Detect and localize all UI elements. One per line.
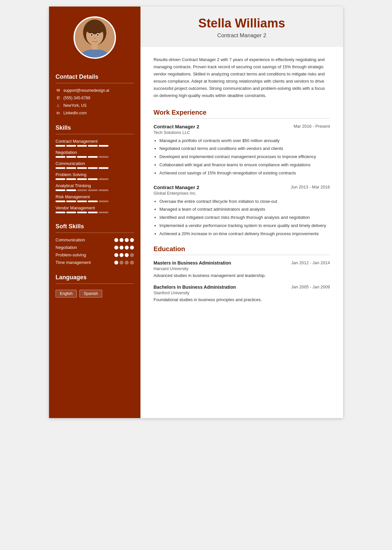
job-bullets: Managed a portfolio of contracts worth o… [154, 138, 330, 177]
svg-point-3 [85, 21, 105, 34]
skill-name: Problem Solving [56, 172, 134, 177]
skill-segment-filled [66, 178, 76, 180]
resume-container: Contact Details ✉ support@resumedesign.a… [49, 7, 343, 418]
dot-filled [130, 246, 134, 250]
skill-segment-filled [99, 167, 108, 169]
job-dates: Mar 2016 - Present [294, 124, 330, 129]
email-icon: ✉ [56, 88, 61, 93]
skill-bar [56, 212, 134, 213]
linkedin-icon: in [56, 110, 61, 115]
work-rule [154, 118, 330, 119]
edu-description: Advanced studies in business management … [154, 272, 330, 279]
skill-segment-filled [66, 201, 76, 202]
soft-skill-dots [114, 238, 134, 242]
header-section: Stella Williams Contract Manager 2 [140, 7, 343, 47]
candidate-title: Contract Manager 2 [154, 32, 330, 39]
edu-dates: Jan 2005 - Jan 2009 [291, 284, 330, 289]
soft-skills-title: Soft Skills [56, 223, 84, 230]
job-title: Contract Manager 2 [154, 124, 199, 129]
edu-entry: Bachelors in Business AdministrationJan … [154, 284, 330, 303]
avatar-image [75, 16, 115, 59]
skill-segment-filled [88, 178, 98, 180]
languages-divider [56, 283, 134, 284]
edu-degree: Bachelors in Business Administration [154, 284, 236, 290]
job-entry: Contract Manager 2Jun 2013 - Mar 2016Glo… [154, 185, 330, 237]
jobs-list: Contract Manager 2Mar 2016 - PresentTech… [154, 124, 330, 237]
content-body: Results-driven Contract Manager 2 with 7… [140, 47, 343, 318]
skill-item: Negotiation [56, 150, 134, 158]
edu-description: Foundational studies in business princip… [154, 297, 330, 303]
dot-filled [125, 246, 129, 250]
dot-filled [120, 238, 123, 242]
soft-skill-item: Problem-solving [56, 252, 134, 257]
location-icon: ⌂ [56, 103, 61, 108]
dot-empty [130, 261, 134, 265]
edu-school: Harvard University [154, 266, 330, 271]
skill-segment-filled [99, 145, 108, 147]
edu-rule [154, 255, 330, 255]
job-bullet: Managed a portfolio of contracts worth o… [159, 138, 330, 144]
skill-item: Problem Solving [56, 172, 134, 180]
soft-skills-divider [56, 233, 134, 233]
skill-segment-empty [99, 189, 108, 191]
skill-segment-filled [77, 156, 87, 158]
dot-filled [114, 246, 118, 250]
skill-bar [56, 145, 134, 147]
phone-icon: ✆ [56, 95, 61, 100]
skill-segment-filled [77, 212, 87, 213]
job-bullet: Implemented a vendor performance trackin… [159, 222, 330, 229]
skill-segment-filled [66, 189, 76, 191]
languages-list: EnglishSpanish [56, 290, 102, 298]
edu-entry: Masters in Business AdministrationJan 20… [154, 260, 330, 279]
soft-skill-dots [114, 261, 134, 265]
skill-segment-filled [88, 167, 98, 169]
skill-name: Analytical Thinking [56, 183, 134, 188]
summary-text: Results-driven Contract Manager 2 with 7… [154, 56, 330, 100]
job-bullet: Achieved cost savings of 15% through ren… [159, 170, 330, 177]
skill-segment-filled [88, 212, 98, 213]
skill-segment-filled [77, 201, 87, 202]
dot-filled [114, 261, 118, 265]
skill-item: Communication [56, 161, 134, 169]
skill-segment-filled [88, 201, 98, 202]
soft-skill-item: Communication [56, 237, 134, 242]
skill-item: Vendor Management [56, 205, 134, 213]
skill-segment-filled [66, 145, 76, 147]
skills-title: Skills [56, 124, 71, 131]
skill-item: Analytical Thinking [56, 183, 134, 191]
skill-segment-empty [99, 212, 108, 213]
skill-item: Contract Management [56, 139, 134, 147]
skills-list: Contract ManagementNegotiationCommunicat… [56, 139, 134, 217]
dot-empty [125, 261, 129, 265]
contact-email: ✉ support@resumedesign.ai [56, 88, 109, 93]
skill-segment-filled [56, 212, 65, 213]
job-bullet: Oversaw the entire contract lifecycle fr… [159, 198, 330, 205]
skill-segment-filled [56, 178, 65, 180]
job-bullet: Developed and implemented contract manag… [159, 154, 330, 160]
job-dates: Jun 2013 - Mar 2016 [291, 185, 330, 189]
skill-name: Communication [56, 161, 134, 166]
job-entry: Contract Manager 2Mar 2016 - PresentTech… [154, 124, 330, 177]
soft-skills-list: CommunicationNegotiationProblem-solvingT… [56, 237, 134, 267]
soft-skill-item: Negotiation [56, 245, 134, 250]
soft-skill-dots [114, 253, 134, 257]
dot-filled [114, 238, 118, 242]
soft-skill-name: Problem-solving [56, 252, 86, 257]
skill-segment-empty [88, 189, 98, 191]
skill-segment-empty [77, 189, 87, 191]
contact-title: Contact Details [56, 73, 98, 80]
language-tag: Spanish [79, 290, 102, 298]
skill-segment-filled [56, 201, 65, 202]
sidebar: Contact Details ✉ support@resumedesign.a… [49, 7, 140, 418]
job-header: Contract Manager 2Jun 2013 - Mar 2016 [154, 185, 330, 190]
dot-empty [130, 253, 134, 257]
education-heading: Education [154, 245, 330, 253]
skill-segment-filled [56, 156, 65, 158]
contact-divider [56, 83, 134, 83]
contact-linkedin: in LinkedIn.com [56, 110, 87, 115]
skill-segment-filled [66, 212, 76, 213]
skill-segment-filled [66, 167, 76, 169]
soft-skill-item: Time management [56, 260, 134, 265]
svg-point-9 [94, 38, 96, 39]
skill-segment-empty [99, 178, 108, 180]
